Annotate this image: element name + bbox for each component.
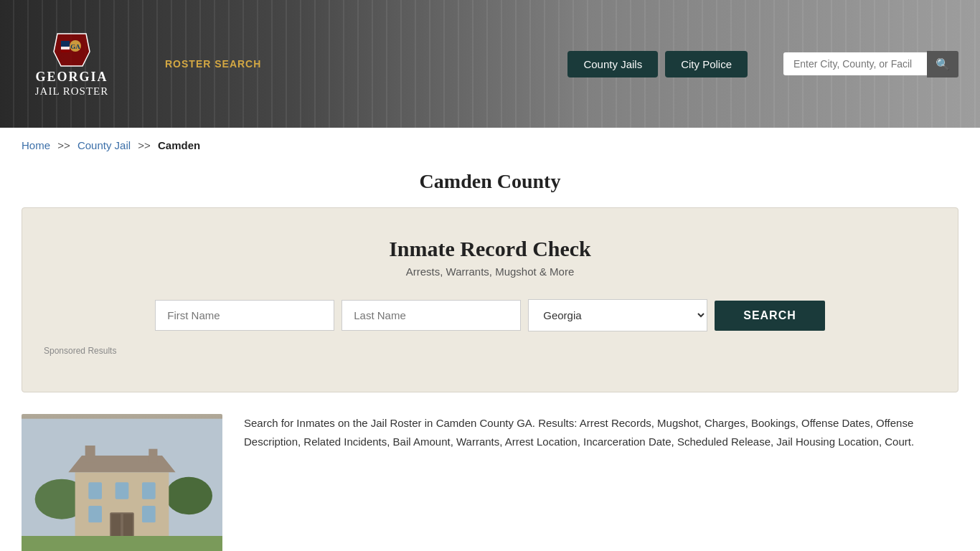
svg-point-9	[166, 477, 212, 514]
inmate-search-form: GeorgiaAlabamaAlaskaArizonaArkansasCalif…	[44, 299, 936, 331]
header-search-bar: 🔍	[783, 51, 958, 77]
inmate-record-subtitle: Arrests, Warrants, Mugshot & More	[44, 265, 936, 278]
logo-title: GEORGIA JAIL ROSTER	[35, 70, 109, 98]
svg-rect-4	[61, 50, 70, 52]
svg-rect-13	[88, 482, 102, 499]
county-jails-button[interactable]: County Jails	[567, 51, 658, 77]
logo-area: GA GEORGIA JAIL ROSTER	[22, 30, 122, 98]
breadcrumb-home-link[interactable]: Home	[22, 139, 50, 151]
svg-marker-12	[68, 456, 175, 472]
svg-rect-17	[142, 506, 156, 522]
page-title: Camden County	[0, 163, 980, 207]
georgia-seal-icon: GA	[50, 30, 93, 70]
breadcrumb-current: Camden	[158, 139, 200, 151]
inmate-search-button[interactable]: SEARCH	[715, 301, 825, 331]
breadcrumb-sep1: >>	[57, 139, 70, 151]
site-header: GA GEORGIA JAIL ROSTER ROSTER SEARCH Cou…	[0, 0, 980, 128]
svg-rect-15	[142, 482, 156, 499]
building-svg	[22, 414, 222, 551]
svg-rect-21	[85, 446, 95, 462]
bottom-description: Search for Inmates on the Jail Roster in…	[244, 414, 958, 451]
bottom-section: Search for Inmates on the Jail Roster in…	[0, 392, 980, 551]
search-icon: 🔍	[936, 58, 950, 70]
nav-buttons: County Jails City Police	[567, 51, 748, 77]
breadcrumb-county-jail-link[interactable]: County Jail	[77, 139, 131, 151]
header-search-input[interactable]	[783, 52, 927, 75]
svg-rect-20	[123, 514, 133, 538]
header-content: GA GEORGIA JAIL ROSTER ROSTER SEARCH Cou…	[0, 0, 980, 128]
svg-rect-22	[149, 449, 157, 463]
inmate-record-title: Inmate Record Check	[44, 237, 936, 261]
city-police-button[interactable]: City Police	[665, 51, 748, 77]
svg-rect-2	[61, 41, 70, 47]
inmate-record-section: Inmate Record Check Arrests, Warrants, M…	[22, 207, 958, 392]
svg-rect-19	[111, 514, 121, 538]
svg-rect-3	[61, 47, 70, 50]
first-name-input[interactable]	[155, 300, 334, 331]
state-select[interactable]: GeorgiaAlabamaAlaskaArizonaArkansasCalif…	[528, 299, 707, 331]
svg-rect-23	[22, 536, 222, 551]
breadcrumb-sep2: >>	[138, 139, 151, 151]
last-name-input[interactable]	[341, 300, 521, 331]
sponsored-results-label: Sponsored Results	[44, 346, 936, 356]
breadcrumb: Home >> County Jail >> Camden	[0, 128, 980, 163]
county-building-image	[22, 414, 222, 551]
svg-rect-14	[116, 482, 129, 499]
svg-text:GA: GA	[70, 43, 80, 50]
svg-rect-16	[88, 506, 102, 522]
header-search-button[interactable]: 🔍	[927, 51, 958, 77]
roster-search-link[interactable]: ROSTER SEARCH	[165, 58, 261, 70]
